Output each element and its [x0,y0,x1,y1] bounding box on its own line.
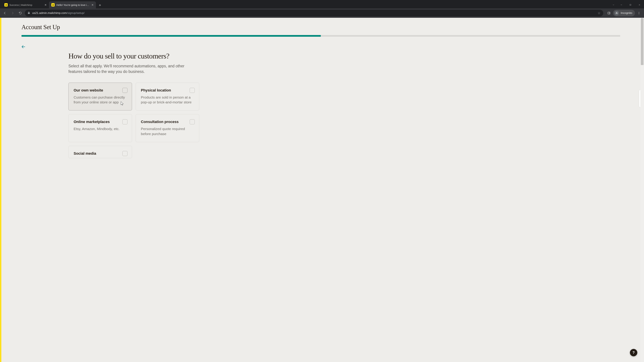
chevron-down-icon [612,4,615,6]
option-title: Online marketplaces [74,120,127,124]
step-back-button[interactable] [20,43,27,50]
arrow-left-icon [21,44,26,49]
option-card-online-marketplaces[interactable]: Online marketplaces Etsy, Amazon, Mindbo… [68,114,132,142]
incognito-label: Incognito [621,11,632,15]
page-content: Account Set Up How do you sell to your c… [1,18,640,362]
mailchimp-favicon: 𝑚 [4,3,8,6]
checkbox[interactable] [190,119,195,124]
browser-menu-button[interactable] [636,10,642,16]
checkbox[interactable] [190,88,195,93]
browser-toolbar: us21.admin.mailchimp.com/signup/setup/ ☆… [0,8,644,18]
page-title: Account Set Up [22,23,620,31]
option-grid: Our own website Customers can purchase d… [68,83,199,158]
panel-icon [607,11,611,15]
page-viewport: Account Set Up How do you sell to your c… [0,18,644,362]
option-desc: Personalized quote required before purch… [141,126,194,136]
new-tab-button[interactable]: ＋ [97,2,103,8]
maximize-button[interactable] [626,1,635,8]
toolbar-right: Incognito [606,10,642,16]
question-heading: How do you sell to your customers? [68,52,199,60]
svg-point-6 [616,13,617,14]
lock-icon [28,11,30,15]
svg-rect-1 [630,4,631,5]
close-window-button[interactable] [635,1,644,8]
svg-rect-4 [608,12,610,14]
option-desc: Etsy, Amazon, Mindbody, etc. [74,126,127,131]
incognito-icon [614,11,619,15]
option-card-physical-location[interactable]: Physical location Products are sold in p… [136,83,199,111]
question-block: How do you sell to your customers? Selec… [68,52,199,158]
scrollbar-track[interactable] [640,18,644,362]
option-title: Social media [74,151,127,156]
tab-title: Hello! You're going to love it he [56,3,90,6]
option-desc: Products are sold in person at a pop-up … [141,95,194,105]
option-title: Our own website [74,88,127,92]
option-card-consultation-process[interactable]: Consultation process Personalized quote … [136,114,199,142]
tab-title: Success | Mailchimp [10,3,43,6]
option-card-own-website[interactable]: Our own website Customers can purchase d… [68,83,132,111]
window-controls [610,1,644,8]
browser-tab-0[interactable]: 𝑚 Success | Mailchimp ✕ [2,1,49,8]
option-desc: Customers can purchase directly from you… [74,95,127,105]
arrow-left-icon [3,11,6,15]
side-panel-button[interactable] [606,10,612,16]
option-title: Consultation process [141,120,194,124]
maximize-icon [629,4,632,6]
close-icon[interactable]: ✕ [44,3,46,6]
reload-button[interactable] [17,10,24,16]
reload-icon [18,11,22,15]
scrollbar-thumb[interactable] [641,18,644,65]
checkbox[interactable] [122,119,128,124]
brand-accent-strip [0,18,1,362]
svg-point-10 [639,14,639,14]
progress-bar [22,35,620,37]
close-icon [638,4,641,6]
mailchimp-favicon: 𝑚 [51,3,55,6]
minimize-button[interactable] [617,1,626,8]
help-button[interactable]: ? [630,349,637,356]
svg-point-8 [639,12,639,12]
bookmark-star-icon[interactable]: ☆ [598,11,600,15]
progress-bar-fill [22,35,321,37]
kebab-icon [638,11,640,14]
minimize-icon [620,4,622,6]
incognito-badge[interactable]: Incognito [613,10,635,16]
checkbox[interactable] [122,88,128,93]
address-bar[interactable]: us21.admin.mailchimp.com/signup/setup/ ☆ [25,10,603,16]
arrow-right-icon [11,11,14,15]
browser-tab-1[interactable]: 𝑚 Hello! You're going to love it he ✕ [49,1,96,8]
svg-point-7 [617,13,618,14]
checkbox[interactable] [122,151,128,156]
question-subtext: Select all that apply. We'll recommend a… [68,63,196,75]
close-icon[interactable]: ✕ [92,3,94,6]
back-button[interactable] [2,10,8,16]
forward-button[interactable] [10,10,16,16]
option-card-social-media[interactable]: Social media [68,146,132,158]
svg-point-9 [639,13,639,13]
url-text: us21.admin.mailchimp.com/signup/setup/ [32,11,84,15]
tab-search-button[interactable] [610,1,617,8]
browser-tabstrip: 𝑚 Success | Mailchimp ✕ 𝑚 Hello! You're … [0,0,644,8]
option-title: Physical location [141,88,194,92]
